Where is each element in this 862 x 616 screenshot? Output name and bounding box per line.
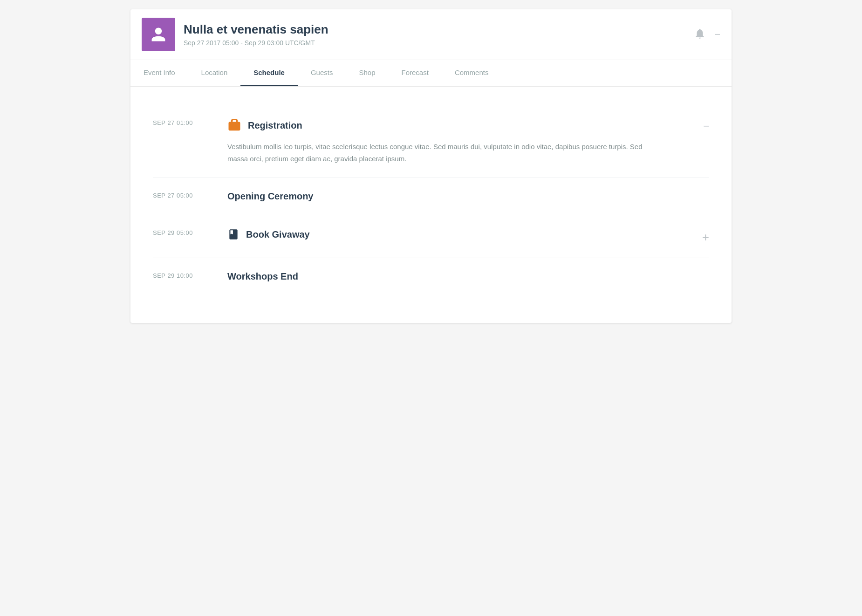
item-main-book-givaway: Book Givaway [227, 228, 691, 240]
item-time-opening-ceremony: SEP 27 05:00 [153, 191, 227, 199]
item-description-registration: Vestibulum mollis leo turpis, vitae scel… [227, 141, 647, 164]
event-avatar [142, 18, 175, 51]
tab-shop[interactable]: Shop [346, 60, 388, 86]
item-title-row-registration: Registration [227, 118, 691, 132]
book-icon [227, 228, 239, 240]
item-time-registration: SEP 27 01:00 [153, 118, 227, 126]
collapse-button[interactable]: − [714, 29, 720, 40]
item-time-workshops-end: SEP 29 10:00 [153, 271, 227, 279]
event-info-text: Nulla et venenatis sapien Sep 27 2017 05… [184, 22, 694, 47]
event-header: Nulla et venenatis sapien Sep 27 2017 05… [130, 9, 732, 60]
expand-book-givaway-button[interactable]: + [702, 230, 709, 245]
event-card: Nulla et venenatis sapien Sep 27 2017 05… [130, 9, 732, 323]
item-main-workshops-end: Workshops End [227, 271, 691, 282]
collapse-registration-button[interactable]: − [703, 120, 709, 132]
item-action-workshops-end [691, 271, 709, 273]
item-title-row-book-givaway: Book Givaway [227, 228, 691, 240]
item-time-book-givaway: SEP 29 05:00 [153, 228, 227, 236]
event-title: Nulla et venenatis sapien [184, 22, 694, 37]
tab-schedule[interactable]: Schedule [240, 60, 298, 86]
item-action-book-givaway: + [691, 228, 709, 245]
item-title-registration: Registration [248, 120, 302, 131]
schedule-item-registration: SEP 27 01:00 Registration Vestibulum mol… [153, 105, 709, 178]
item-action-opening-ceremony [691, 191, 709, 193]
notification-bell-icon[interactable] [694, 27, 706, 41]
event-date: Sep 27 2017 05:00 - Sep 29 03:00 UTC/GMT [184, 39, 694, 47]
item-title-row-opening-ceremony: Opening Ceremony [227, 191, 691, 202]
luggage-icon [227, 118, 241, 132]
item-action-registration: − [691, 118, 709, 132]
item-title-row-workshops-end: Workshops End [227, 271, 691, 282]
item-title-opening-ceremony: Opening Ceremony [227, 191, 313, 202]
item-main-opening-ceremony: Opening Ceremony [227, 191, 691, 202]
item-main-registration: Registration Vestibulum mollis leo turpi… [227, 118, 691, 164]
schedule-item-book-givaway: SEP 29 05:00 Book Givaway + [153, 215, 709, 258]
tab-location[interactable]: Location [188, 60, 241, 86]
tab-event-info[interactable]: Event Info [130, 60, 188, 86]
schedule-content: SEP 27 01:00 Registration Vestibulum mol… [130, 87, 732, 323]
item-title-workshops-end: Workshops End [227, 271, 298, 282]
tab-guests[interactable]: Guests [298, 60, 346, 86]
item-title-book-givaway: Book Givaway [246, 229, 310, 240]
person-icon [150, 26, 167, 43]
tab-forecast[interactable]: Forecast [389, 60, 442, 86]
schedule-item-opening-ceremony: SEP 27 05:00 Opening Ceremony [153, 178, 709, 215]
schedule-item-workshops-end: SEP 29 10:00 Workshops End [153, 258, 709, 295]
tab-bar: Event Info Location Schedule Guests Shop… [130, 60, 732, 87]
tab-comments[interactable]: Comments [442, 60, 502, 86]
header-actions: − [694, 27, 720, 41]
